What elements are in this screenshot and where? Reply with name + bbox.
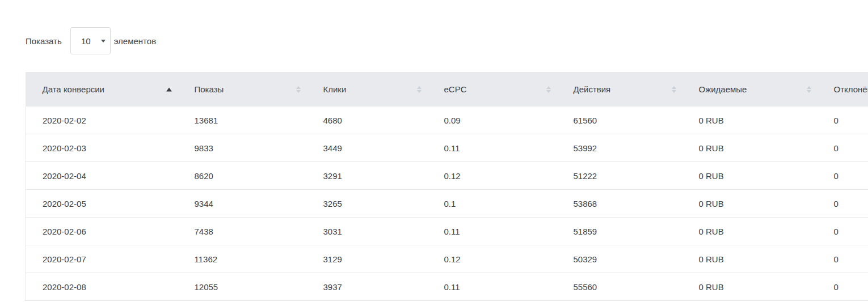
cell-conversion-date: 2020-02-05 bbox=[26, 190, 178, 218]
column-header-conversion-date[interactable]: Дата конверсии bbox=[26, 72, 178, 107]
table-body: 2020-02-021368146800.09615600 RUB0415.78… bbox=[26, 107, 868, 301]
column-header-clicks[interactable]: Клики bbox=[306, 72, 427, 107]
cell-clicks: 3449 bbox=[306, 134, 427, 162]
cell-rejected: 0 bbox=[817, 162, 868, 190]
cell-clicks: 3265 bbox=[306, 190, 427, 218]
cell-conversion-date: 2020-02-03 bbox=[26, 134, 178, 162]
cell-actions: 61560 bbox=[557, 107, 682, 134]
cell-actions: 50329 bbox=[557, 245, 682, 273]
cell-actions: 55560 bbox=[557, 273, 682, 301]
cell-ecpc: 0.11 bbox=[427, 134, 557, 162]
table-row: 2020-02-05934432650.1538680 RUB0327.32 R… bbox=[26, 190, 868, 218]
column-label: Действия bbox=[574, 84, 611, 94]
table-row: 2020-02-03983334490.11539920 RUB0382.56 … bbox=[26, 134, 868, 162]
cell-actions: 51859 bbox=[557, 218, 682, 245]
table-header-row: Дата конверсииПоказыКликиeCPCДействияОжи… bbox=[26, 72, 868, 107]
column-label: Клики bbox=[323, 84, 347, 94]
length-label-before: Показать bbox=[26, 36, 62, 46]
sort-ascending-icon bbox=[166, 87, 172, 91]
table-row: 2020-02-071136231290.12503290 RUB0361.07… bbox=[26, 245, 868, 273]
cell-impressions: 9833 bbox=[178, 134, 306, 162]
table-row: 2020-02-04862032910.12512220 RUB0404.67 … bbox=[26, 162, 868, 190]
column-header-rejected[interactable]: Отклонённые bbox=[817, 72, 868, 107]
page-length-control: Показать 10 элементов bbox=[26, 27, 156, 54]
cell-conversion-date: 2020-02-07 bbox=[26, 245, 178, 273]
column-header-actions[interactable]: Действия bbox=[557, 72, 682, 107]
cell-conversion-date: 2020-02-04 bbox=[26, 162, 178, 190]
cell-ecpc: 0.1 bbox=[427, 190, 557, 218]
length-select-wrap: 10 bbox=[70, 27, 111, 54]
cell-impressions: 13681 bbox=[178, 107, 306, 134]
column-label: Показы bbox=[195, 84, 224, 94]
cell-clicks: 3031 bbox=[306, 218, 427, 245]
cell-actions: 53992 bbox=[557, 134, 682, 162]
cell-expected: 0 RUB bbox=[682, 273, 817, 301]
cell-impressions: 8620 bbox=[178, 162, 306, 190]
sort-both-icon bbox=[672, 86, 676, 93]
column-label: Дата конверсии bbox=[43, 84, 104, 94]
column-header-ecpc[interactable]: eCPC bbox=[427, 72, 557, 107]
cell-rejected: 0 bbox=[817, 245, 868, 273]
table-row: 2020-02-021368146800.09615600 RUB0415.78… bbox=[26, 107, 868, 134]
cell-expected: 0 RUB bbox=[682, 245, 817, 273]
cell-actions: 53868 bbox=[557, 190, 682, 218]
cell-conversion-date: 2020-02-06 bbox=[26, 218, 178, 245]
column-header-expected[interactable]: Ожидаемые bbox=[682, 72, 817, 107]
cell-impressions: 12055 bbox=[178, 273, 306, 301]
cell-clicks: 3129 bbox=[306, 245, 427, 273]
cell-clicks: 3291 bbox=[306, 162, 427, 190]
cell-ecpc: 0.12 bbox=[427, 245, 557, 273]
table-row: 2020-02-081205539370.11555600 RUB0419.25… bbox=[26, 273, 868, 301]
cell-expected: 0 RUB bbox=[682, 190, 817, 218]
cell-impressions: 7438 bbox=[178, 218, 306, 245]
cell-expected: 0 RUB bbox=[682, 218, 817, 245]
cell-clicks: 4680 bbox=[306, 107, 427, 134]
cell-conversion-date: 2020-02-08 bbox=[26, 273, 178, 301]
cell-clicks: 3937 bbox=[306, 273, 427, 301]
sort-both-icon bbox=[417, 86, 422, 93]
cell-rejected: 0 bbox=[817, 134, 868, 162]
cell-ecpc: 0.12 bbox=[427, 162, 557, 190]
length-label-after: элементов bbox=[114, 36, 156, 46]
column-header-impressions[interactable]: Показы bbox=[178, 72, 306, 107]
cell-rejected: 0 bbox=[817, 107, 868, 134]
cell-impressions: 9344 bbox=[178, 190, 306, 218]
cell-expected: 0 RUB bbox=[682, 162, 817, 190]
cell-conversion-date: 2020-02-02 bbox=[26, 107, 178, 134]
cell-rejected: 0 bbox=[817, 190, 868, 218]
cell-actions: 51222 bbox=[557, 162, 682, 190]
cell-rejected: 0 bbox=[817, 218, 868, 245]
sort-both-icon bbox=[296, 86, 301, 93]
column-label: Отклонённые bbox=[834, 84, 868, 94]
column-label: Ожидаемые bbox=[699, 84, 747, 94]
column-label: eCPC bbox=[444, 84, 467, 94]
cell-expected: 0 RUB bbox=[682, 134, 817, 162]
sort-both-icon bbox=[546, 86, 551, 93]
conversions-table: Дата конверсииПоказыКликиeCPCДействияОжи… bbox=[25, 72, 868, 301]
cell-ecpc: 0.11 bbox=[427, 218, 557, 245]
table-header: Дата конверсииПоказыКликиeCPCДействияОжи… bbox=[26, 72, 868, 107]
page-length-select[interactable]: 10 bbox=[70, 27, 111, 54]
cell-impressions: 11362 bbox=[178, 245, 306, 273]
cell-ecpc: 0.11 bbox=[427, 273, 557, 301]
table-row: 2020-02-06743830310.11518590 RUB0345.78 … bbox=[26, 218, 868, 245]
conversions-table-wrap: Дата конверсииПоказыКликиeCPCДействияОжи… bbox=[0, 72, 868, 301]
sort-both-icon bbox=[807, 86, 811, 93]
cell-expected: 0 RUB bbox=[682, 107, 817, 134]
cell-rejected: 0 bbox=[817, 273, 868, 301]
cell-ecpc: 0.09 bbox=[427, 107, 557, 134]
